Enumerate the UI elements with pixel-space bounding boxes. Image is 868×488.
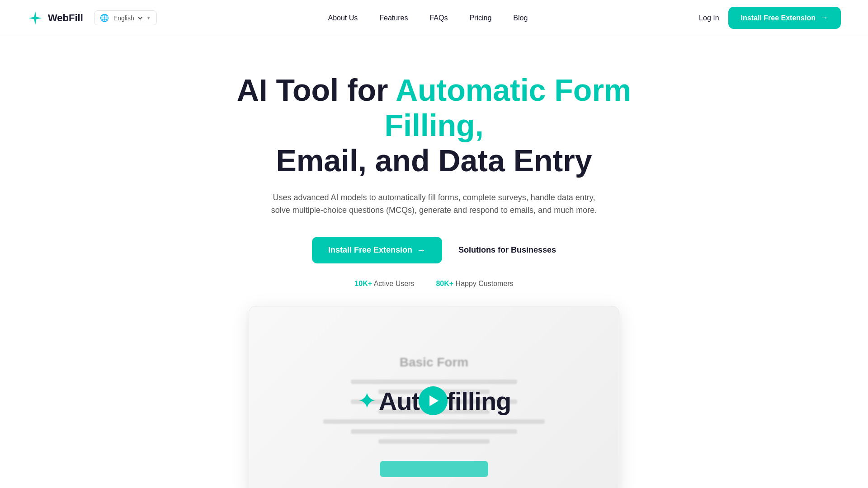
hero-cta-row: Install Free Extension → Solutions for B… (312, 237, 556, 263)
nav-about[interactable]: About Us (328, 14, 358, 22)
language-selector[interactable]: 🌐 English Spanish French ▼ (94, 10, 157, 25)
install-extension-button-hero[interactable]: Install Free Extension → (312, 237, 442, 263)
autofill-star-icon: ✦ (357, 389, 377, 413)
hero-title-suffix: Email, and Data Entry (276, 143, 592, 178)
video-bottom-button (380, 461, 488, 477)
autofill-text-row: ✦ Aut filling (357, 386, 511, 416)
video-preview[interactable]: ✕ Basic Form ✦ Aut (249, 306, 619, 488)
hero-title-prefix: AI Tool for (237, 73, 396, 107)
hero-subtitle: Uses advanced AI models to automatically… (262, 191, 606, 217)
header-right: Log In Install Free Extension → (699, 7, 841, 29)
nav-pricing[interactable]: Pricing (469, 14, 491, 22)
stat-active-users-label-text: Active Users (372, 280, 414, 287)
logo[interactable]: WebFill (27, 10, 83, 26)
translate-icon: 🌐 (100, 14, 109, 22)
chevron-down-icon: ▼ (146, 15, 151, 20)
hero-section: AI Tool for Automatic Form Filling, Emai… (0, 36, 868, 488)
language-dropdown[interactable]: English Spanish French (112, 14, 144, 22)
login-button[interactable]: Log In (699, 14, 719, 22)
install-btn-hero-label: Install Free Extension (328, 245, 412, 255)
webfill-logo-icon (27, 10, 43, 26)
play-triangle-icon (429, 395, 439, 406)
nav-faqs[interactable]: FAQs (429, 14, 448, 22)
stat-happy-customers: 80K+ Happy Customers (436, 280, 513, 288)
nav-blog[interactable]: Blog (513, 14, 528, 22)
header: WebFill 🌐 English Spanish French ▼ About… (0, 0, 868, 36)
install-extension-button-header[interactable]: Install Free Extension → (728, 7, 841, 29)
hero-title: AI Tool for Automatic Form Filling, Emai… (231, 72, 637, 178)
stat-happy-customers-label-text: Happy Customers (453, 280, 514, 287)
stat-happy-customers-number: 80K+ (436, 280, 453, 287)
stats-row: 10K+ Active Users 80K+ Happy Customers (354, 280, 513, 288)
header-left: WebFill 🌐 English Spanish French ▼ (27, 10, 157, 26)
nav-features[interactable]: Features (379, 14, 408, 22)
logo-text: WebFill (48, 12, 83, 24)
arrow-right-icon: → (820, 13, 828, 23)
autofill-post-text: filling (447, 386, 511, 416)
arrow-right-icon-hero: → (417, 245, 426, 255)
main-nav: About Us Features FAQs Pricing Blog (328, 14, 528, 22)
hero-title-accent: Automatic Form Filling, (384, 73, 631, 142)
main-content: AI Tool for Automatic Form Filling, Emai… (0, 36, 868, 488)
solutions-for-businesses-link[interactable]: Solutions for Businesses (458, 245, 556, 255)
stat-active-users-number: 10K+ (354, 280, 372, 287)
stat-active-users: 10K+ Active Users (354, 280, 414, 288)
install-btn-header-label: Install Free Extension (741, 14, 816, 22)
autofill-pre-text: Aut (379, 386, 420, 416)
play-button[interactable] (419, 386, 448, 415)
